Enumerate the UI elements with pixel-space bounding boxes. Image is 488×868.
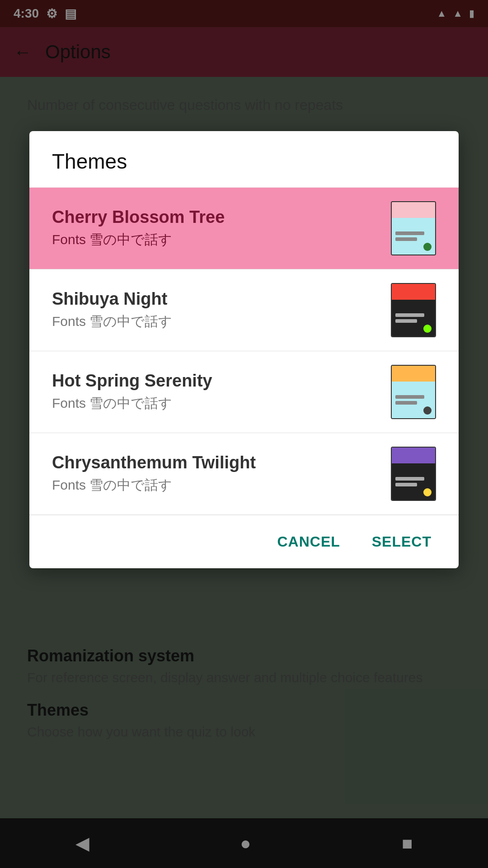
theme-fonts-hotspring: Fonts 雪の中で話す	[52, 394, 212, 413]
theme-preview-shibuya	[391, 283, 436, 337]
cancel-button[interactable]: CANCEL	[268, 529, 349, 555]
theme-item-chrysanthemum[interactable]: Chrysanthemum Twilight Fonts 雪の中で話す	[29, 433, 459, 515]
theme-fonts-chrysanthemum: Fonts 雪の中で話す	[52, 476, 256, 495]
dialog-title: Themes	[29, 131, 459, 188]
select-button[interactable]: SELECT	[363, 529, 441, 555]
dialog-actions: CANCEL SELECT	[29, 515, 459, 568]
theme-name-shibuya: Shibuya Night	[52, 289, 172, 309]
theme-name-hotspring: Hot Spring Serenity	[52, 371, 212, 391]
theme-preview-chrysanthemum	[391, 447, 436, 501]
theme-item-cherry-blossom[interactable]: Cherry Blossom Tree Fonts 雪の中で話す	[29, 188, 459, 269]
theme-item-hot-spring[interactable]: Hot Spring Serenity Fonts 雪の中で話す	[29, 351, 459, 433]
theme-preview-cherry	[391, 201, 436, 255]
theme-name-chrysanthemum: Chrysanthemum Twilight	[52, 453, 256, 472]
theme-fonts-cherry: Fonts 雪の中で話す	[52, 231, 225, 249]
theme-item-shibuya-night[interactable]: Shibuya Night Fonts 雪の中で話す	[29, 269, 459, 351]
theme-name-cherry: Cherry Blossom Tree	[52, 208, 225, 227]
themes-dialog: Themes Cherry Blossom Tree Fonts 雪の中で話す …	[29, 131, 459, 568]
theme-preview-hotspring	[391, 365, 436, 419]
theme-fonts-shibuya: Fonts 雪の中で話す	[52, 312, 172, 331]
theme-list: Cherry Blossom Tree Fonts 雪の中で話す Shibuya…	[29, 188, 459, 515]
